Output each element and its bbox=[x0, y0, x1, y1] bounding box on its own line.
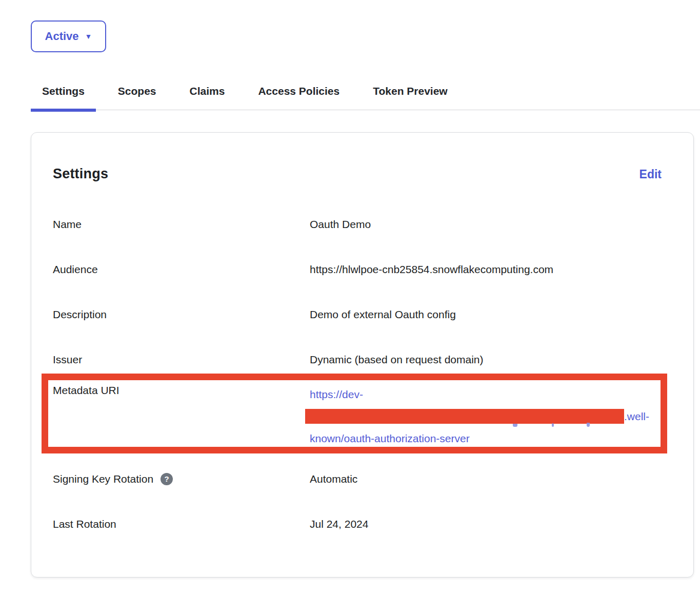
description-label: Description bbox=[53, 307, 310, 321]
card-header: Settings Edit bbox=[53, 166, 662, 182]
metadata-link-line3: known/oauth-authorization-server bbox=[310, 432, 470, 444]
edit-button[interactable]: Edit bbox=[639, 167, 662, 181]
chevron-down-icon: ▼ bbox=[85, 33, 92, 40]
status-label: Active bbox=[45, 30, 79, 43]
metadata-uri-value: https://dev- .well- known/oauth-authoriz… bbox=[310, 383, 662, 449]
metadata-uri-label: Metadata URI bbox=[53, 383, 310, 397]
row-issuer: Issuer Dynamic (based on request domain) bbox=[53, 353, 662, 366]
redaction-bar bbox=[305, 409, 624, 424]
tab-bar: Settings Scopes Claims Access Policies T… bbox=[31, 78, 700, 110]
metadata-uri-link[interactable]: https://dev- .well- known/oauth-authoriz… bbox=[310, 383, 662, 449]
signing-key-rotation-label-text: Signing Key Rotation bbox=[53, 472, 153, 486]
last-rotation-label: Last Rotation bbox=[53, 517, 310, 531]
issuer-value: Dynamic (based on request domain) bbox=[310, 353, 662, 366]
tab-scopes[interactable]: Scopes bbox=[107, 78, 168, 110]
signing-key-rotation-label: Signing Key Rotation ? bbox=[53, 472, 310, 486]
audience-label: Audience bbox=[53, 262, 310, 276]
help-icon[interactable]: ? bbox=[161, 473, 173, 485]
tab-claims[interactable]: Claims bbox=[178, 78, 236, 110]
issuer-label: Issuer bbox=[53, 353, 310, 366]
row-description: Description Demo of external Oauth confi… bbox=[53, 307, 662, 321]
row-last-rotation: Last Rotation Jul 24, 2024 bbox=[53, 517, 662, 531]
redaction-wrap bbox=[310, 409, 624, 424]
redacted-descender-mark bbox=[513, 424, 517, 427]
description-value: Demo of external Oauth config bbox=[310, 307, 662, 321]
card-title: Settings bbox=[53, 166, 108, 182]
signing-key-rotation-value: Automatic bbox=[310, 472, 662, 486]
row-audience: Audience https://hlwlpoe-cnb25854.snowfl… bbox=[53, 262, 662, 276]
tab-access-policies[interactable]: Access Policies bbox=[247, 78, 351, 110]
redacted-descender-mark bbox=[552, 423, 554, 427]
tab-settings[interactable]: Settings bbox=[31, 78, 96, 110]
redacted-descender-mark bbox=[587, 423, 590, 427]
row-metadata-uri: Metadata URI https://dev- .well- known/o… bbox=[53, 383, 662, 449]
metadata-link-line1: https://dev- bbox=[310, 388, 363, 400]
name-label: Name bbox=[53, 217, 310, 231]
tab-token-preview[interactable]: Token Preview bbox=[362, 78, 459, 110]
row-signing-key-rotation: Signing Key Rotation ? Automatic bbox=[53, 472, 662, 486]
settings-card: Settings Edit Name Oauth Demo Audience h… bbox=[31, 132, 694, 577]
audience-value: https://hlwlpoe-cnb25854.snowflakecomput… bbox=[310, 262, 662, 276]
oauth-server-settings-page: Active ▼ Settings Scopes Claims Access P… bbox=[0, 0, 700, 599]
metadata-link-line2-suffix: .well- bbox=[624, 410, 649, 422]
name-value: Oauth Demo bbox=[310, 217, 662, 231]
row-name: Name Oauth Demo bbox=[53, 217, 662, 231]
last-rotation-value: Jul 24, 2024 bbox=[310, 517, 662, 531]
status-dropdown-button[interactable]: Active ▼ bbox=[31, 20, 106, 52]
